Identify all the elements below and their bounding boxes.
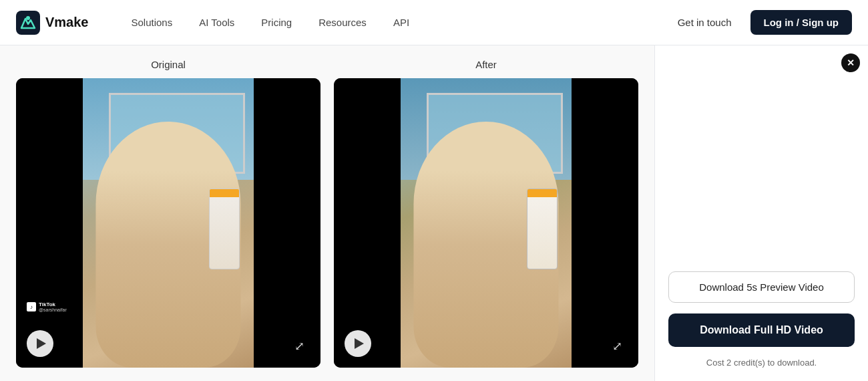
nav-resources[interactable]: Resources bbox=[308, 11, 377, 33]
after-video-frame bbox=[334, 78, 638, 368]
after-expand-button[interactable]: ⤢ bbox=[606, 336, 628, 357]
logo-text: Vmake bbox=[45, 15, 89, 30]
spacer bbox=[668, 59, 855, 261]
main-content: Original After bbox=[0, 45, 868, 381]
download-preview-button[interactable]: Download 5s Preview Video bbox=[668, 271, 855, 303]
header: Vmake Solutions AI Tools Pricing Resourc… bbox=[0, 0, 868, 45]
after-left-black-bar bbox=[334, 78, 401, 368]
after-video[interactable]: ⤢ bbox=[334, 78, 638, 368]
after-video-content bbox=[401, 78, 571, 368]
original-video[interactable]: ♪ TikTok @sarshnaifar ⤢ bbox=[16, 78, 320, 368]
product-original bbox=[209, 188, 240, 269]
right-black-bar bbox=[254, 78, 320, 368]
original-label: Original bbox=[16, 59, 320, 70]
main-nav: Solutions AI Tools Pricing Resources API bbox=[121, 11, 670, 33]
comparison-area: Original After bbox=[0, 45, 654, 381]
after-play-button[interactable] bbox=[345, 330, 371, 357]
tiktok-label: TikTok bbox=[39, 301, 67, 307]
product-after bbox=[527, 188, 558, 269]
original-video-content bbox=[83, 78, 253, 368]
tiktok-icon: ♪ bbox=[27, 302, 36, 311]
videos-row: ♪ TikTok @sarshnaifar ⤢ bbox=[16, 78, 638, 368]
close-button[interactable]: ✕ bbox=[841, 53, 860, 72]
get-in-touch-link[interactable]: Get in touch bbox=[670, 11, 740, 33]
nav-solutions[interactable]: Solutions bbox=[121, 11, 184, 33]
product-label bbox=[210, 189, 239, 197]
original-play-button[interactable] bbox=[27, 330, 53, 357]
download-hd-button[interactable]: Download Full HD Video bbox=[668, 313, 855, 347]
logo[interactable]: Vmake bbox=[16, 11, 89, 35]
original-video-frame bbox=[16, 78, 320, 368]
right-panel: ✕ Download 5s Preview Video Download Ful… bbox=[654, 45, 868, 381]
after-product-label bbox=[527, 189, 557, 197]
tiktok-watermark: ♪ TikTok @sarshnaifar bbox=[23, 299, 71, 314]
nav-ai-tools[interactable]: AI Tools bbox=[188, 11, 245, 33]
nav-pricing[interactable]: Pricing bbox=[250, 11, 302, 33]
play-icon bbox=[37, 338, 46, 349]
tiktok-username: @sarshnaifar bbox=[39, 307, 67, 312]
after-label: After bbox=[334, 59, 638, 70]
comparison-labels: Original After bbox=[16, 59, 638, 70]
left-black-bar bbox=[16, 78, 83, 368]
after-play-icon bbox=[355, 338, 364, 349]
expand-icon: ⤢ bbox=[294, 339, 304, 354]
header-actions: Get in touch Log in / Sign up bbox=[670, 10, 852, 35]
after-expand-icon: ⤢ bbox=[612, 339, 622, 354]
login-signup-button[interactable]: Log in / Sign up bbox=[750, 10, 852, 35]
nav-api[interactable]: API bbox=[383, 11, 420, 33]
svg-point-1 bbox=[26, 16, 30, 20]
original-expand-button[interactable]: ⤢ bbox=[288, 336, 310, 357]
logo-icon bbox=[16, 11, 40, 35]
credits-text: Cost 2 credit(s) to download. bbox=[668, 358, 855, 368]
tiktok-text-block: TikTok @sarshnaifar bbox=[39, 301, 67, 312]
after-right-black-bar bbox=[572, 78, 638, 368]
